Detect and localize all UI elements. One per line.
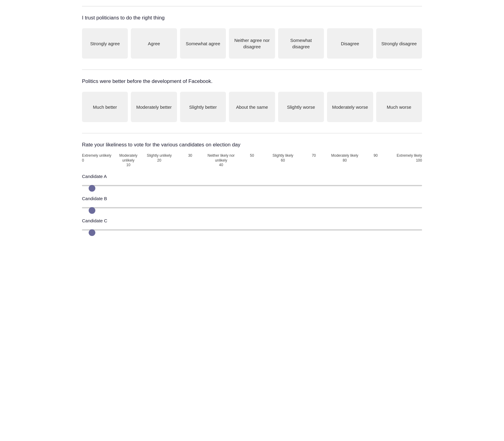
section2-option-1[interactable]: Moderately better [131, 92, 177, 122]
scale-label-7: 70 [298, 153, 329, 168]
section1-options-grid: Strongly agreeAgreeSomewhat agreeNeither… [82, 28, 422, 59]
section2-option-5[interactable]: Moderately worse [327, 92, 373, 122]
section2-options-grid: Much betterModerately betterSlightly bet… [82, 92, 422, 122]
section-facebook: Politics were better before the developm… [82, 70, 422, 133]
candidate-block-0: Candidate A [82, 174, 422, 187]
section2-option-6[interactable]: Much worse [376, 92, 422, 122]
candidate-block-1: Candidate B [82, 196, 422, 210]
section2-option-2[interactable]: Slightly better [180, 92, 226, 122]
scale-label-9: 90 [360, 153, 391, 168]
section2-option-4[interactable]: Slightly worse [278, 92, 324, 122]
candidate-label-0: Candidate A [82, 174, 422, 179]
scale-label-10: Extremely likely 100 [391, 153, 422, 168]
scale-label-5: 50 [237, 153, 267, 168]
section2-option-0[interactable]: Much better [82, 92, 128, 122]
slider-wrapper-1 [82, 204, 422, 210]
candidates-container: Candidate ACandidate BCandidate C [82, 174, 422, 232]
section1-option-6[interactable]: Strongly disagree [376, 28, 422, 59]
candidate-slider-1[interactable] [82, 207, 422, 208]
candidate-slider-0[interactable] [82, 185, 422, 186]
section1-option-2[interactable]: Somewhat agree [180, 28, 226, 59]
slider-wrapper-0 [82, 182, 422, 187]
scale-label-6: Slightly likely 60 [267, 153, 298, 168]
section1-option-5[interactable]: Disagree [327, 28, 373, 59]
scale-label-1: Moderately unlikely 10 [113, 153, 144, 168]
candidate-label-2: Candidate C [82, 218, 422, 223]
scale-label-4: Neither likely nor unlikely 40 [206, 153, 237, 168]
section-candidates: Rate your likeliness to vote for the var… [82, 133, 422, 251]
section1-option-1[interactable]: Agree [131, 28, 177, 59]
slider-wrapper-2 [82, 226, 422, 232]
scale-label-8: Moderately likely 80 [329, 153, 360, 168]
scale-label-2: Slightly unlikely 20 [144, 153, 175, 168]
scale-label-3: 30 [175, 153, 206, 168]
section3-question: Rate your likeliness to vote for the var… [82, 142, 422, 148]
scale-labels-row: Extremely unlikely 0Moderately unlikely … [82, 153, 422, 168]
section1-question: I trust politicians to do the right thin… [82, 15, 422, 21]
candidate-slider-2[interactable] [82, 229, 422, 231]
section2-option-3[interactable]: About the same [229, 92, 275, 122]
candidate-label-1: Candidate B [82, 196, 422, 201]
section-trust: I trust politicians to do the right thin… [82, 6, 422, 70]
section1-option-3[interactable]: Neither agree nor disagree [229, 28, 275, 59]
candidate-block-2: Candidate C [82, 218, 422, 232]
section2-question: Politics were better before the developm… [82, 78, 422, 84]
section1-option-4[interactable]: Somewhat disagree [278, 28, 324, 59]
scale-label-0: Extremely unlikely 0 [82, 153, 113, 168]
survey-container: I trust politicians to do the right thin… [76, 0, 428, 257]
section1-option-0[interactable]: Strongly agree [82, 28, 128, 59]
